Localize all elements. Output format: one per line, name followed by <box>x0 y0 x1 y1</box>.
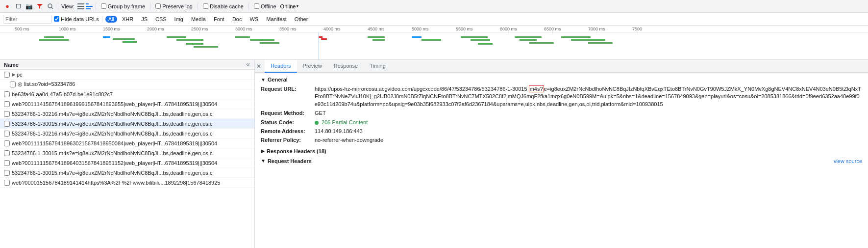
list-item-checkbox[interactable] <box>4 91 10 97</box>
disable-cache-group: Disable cache <box>201 3 246 9</box>
request-headers-toggle-icon: ▼ <box>261 158 266 164</box>
request-headers-header[interactable]: ▼ Request Headers view source <box>261 158 862 164</box>
separator-4 <box>198 3 198 10</box>
type-doc-button[interactable]: Doc <box>229 16 245 23</box>
filter-button[interactable] <box>35 2 44 11</box>
list-item-checkbox[interactable] <box>4 170 10 176</box>
general-section-header[interactable]: ▼ General <box>261 77 862 83</box>
type-js-button[interactable]: JS <box>138 16 150 23</box>
request-method-label: Request Method: <box>261 110 315 117</box>
waterfall-bar <box>176 39 203 41</box>
type-img-button[interactable]: Img <box>172 16 186 23</box>
disable-cache-label[interactable]: Disable cache <box>210 3 244 9</box>
waterfall-bar <box>372 39 385 41</box>
offline-label[interactable]: Offline <box>261 3 276 9</box>
list-item-selected[interactable]: 53234786-1-30015.m4s?e=ig8euxZM2rNcNbdlh… <box>0 119 254 129</box>
hide-data-urls-checkbox[interactable] <box>54 16 59 22</box>
detail-panel: ✕ Headers Preview Response Timing ▼ Gene… <box>255 60 868 248</box>
waterfall-bar <box>167 36 186 38</box>
filterbar: Hide data URLs All XHR JS CSS Img Media … <box>0 13 868 26</box>
list-item-checkbox[interactable] <box>4 140 10 146</box>
list-item[interactable]: ▶ pc <box>0 70 254 80</box>
list-item[interactable]: 53234786-1-30216.m4s?e=ig8euxZM2rNcNbdlh… <box>0 109 254 119</box>
detail-content[interactable]: ▼ General Request URL: https://upos-hz-m… <box>255 73 868 248</box>
list-item-checkbox[interactable] <box>4 101 10 107</box>
list-item[interactable]: web?001114156784189619991567841893655|we… <box>0 99 254 109</box>
camera-button[interactable]: 📷 <box>25 2 33 11</box>
list-item-checkbox[interactable] <box>4 180 10 186</box>
stop-button[interactable] <box>14 2 23 11</box>
timeline: 500 ms 1000 ms 1500 ms 2000 ms 2500 ms 3… <box>0 26 868 60</box>
remote-address-value: 114.80.149.186:443 <box>315 128 862 135</box>
type-ws-button[interactable]: WS <box>247 16 261 23</box>
waterfall-bar <box>186 43 203 45</box>
type-xhr-button[interactable]: XHR <box>119 16 136 23</box>
list-item-name: web?001111156784189640315678418951152|we… <box>12 160 250 166</box>
waterfall-bar <box>412 36 422 38</box>
list-item-name: ◎ list.so?oid=53234786 <box>18 81 250 87</box>
type-css-button[interactable]: CSS <box>152 16 170 23</box>
separator-3 <box>150 3 150 10</box>
list-view-icon[interactable] <box>77 3 84 9</box>
hide-data-urls-label[interactable]: Hide data URLs <box>61 16 99 22</box>
tab-headers[interactable]: Headers <box>265 60 297 73</box>
response-headers-header[interactable]: ▶ Response Headers (18) <box>261 148 862 154</box>
request-list-scroll[interactable]: ▶ pc ◎ list.so?oid=53234786 be63fa46-aa0… <box>0 70 254 248</box>
request-list: Name ▶ pc ◎ list.so?oid=53234786 be63fa4… <box>0 60 255 248</box>
list-item-name: web?001111156784189630215678418950084|we… <box>12 140 250 146</box>
online-dropdown[interactable]: Online ▾ <box>280 3 299 9</box>
expand-icon[interactable]: ▶ <box>12 72 16 77</box>
list-item-checkbox[interactable] <box>4 111 10 117</box>
status-code-field: Status Code: 206 Partial Content <box>261 119 862 126</box>
status-dot-icon <box>315 121 319 125</box>
type-manifest-button[interactable]: Manifest <box>263 16 290 23</box>
type-media-button[interactable]: Media <box>188 16 209 23</box>
waterfall-view-icon[interactable] <box>86 3 93 9</box>
tab-timing[interactable]: Timing <box>364 60 392 73</box>
type-all-button[interactable]: All <box>105 16 117 23</box>
list-item[interactable]: 53234786-1-30015.m4s?e=ig8euxZM2rNcNbdlh… <box>0 148 254 158</box>
preserve-log-group: Preserve log <box>153 3 195 9</box>
search-button[interactable] <box>46 2 55 11</box>
close-detail-button[interactable]: ✕ <box>255 62 263 70</box>
list-item[interactable]: web?000015156784189141414https%3A%2F%2Fw… <box>0 178 254 188</box>
list-item[interactable]: 53234786-1-30015.m4s?e=ig8euxZM2rNcNbdlh… <box>0 168 254 178</box>
list-item[interactable]: ◎ list.so?oid=53234786 <box>0 80 254 89</box>
list-item-checkbox[interactable] <box>4 72 10 78</box>
list-item-checkbox[interactable] <box>4 121 10 127</box>
request-url-value: https://upos-hz-mirrorcosu.acgvideo.com/… <box>315 85 862 108</box>
record-button[interactable]: ● <box>3 2 12 11</box>
general-toggle-icon: ▼ <box>261 77 266 83</box>
status-code-label: Status Code: <box>261 119 315 126</box>
toolbar: ● 📷 View: Group by frame Preserve log Di… <box>0 0 868 13</box>
list-item-checkbox[interactable] <box>4 160 10 166</box>
svg-rect-4 <box>77 8 84 9</box>
waterfall-bar <box>113 38 135 40</box>
list-item-checkbox[interactable] <box>10 82 16 87</box>
view-toggle[interactable] <box>77 3 93 9</box>
list-item[interactable]: be63fa46-aa0d-47a5-b07d-be1e91c802c7 <box>0 89 254 99</box>
list-item[interactable]: web?001111156784189640315678418951152|we… <box>0 158 254 168</box>
group-by-frame-label[interactable]: Group by frame <box>108 3 145 9</box>
list-item-checkbox[interactable] <box>4 131 10 137</box>
list-item-checkbox[interactable] <box>4 150 10 156</box>
group-by-frame-checkbox[interactable] <box>101 3 106 9</box>
list-item[interactable]: 53234786-1-30216.m4s?e=ig8euxZM2rNcNbdlh… <box>0 129 254 138</box>
type-other-button[interactable]: Other <box>292 16 311 23</box>
tab-preview[interactable]: Preview <box>297 60 328 73</box>
waterfall-bar <box>471 39 490 41</box>
timeline-bars <box>0 32 868 60</box>
filter-input[interactable] <box>3 15 52 24</box>
offline-checkbox[interactable] <box>254 3 259 9</box>
list-item[interactable]: web?001111156784189630215678418950084|we… <box>0 138 254 148</box>
waterfall-bar <box>321 38 327 40</box>
stop-icon <box>16 4 21 8</box>
preserve-log-checkbox[interactable] <box>155 3 161 9</box>
preserve-log-label[interactable]: Preserve log <box>162 3 193 9</box>
disable-cache-checkbox[interactable] <box>203 3 208 9</box>
request-headers-section: ▼ Request Headers view source <box>261 158 862 164</box>
view-source-link[interactable]: view source <box>834 158 862 164</box>
tab-response[interactable]: Response <box>328 60 364 73</box>
remote-address-field: Remote Address: 114.80.149.186:443 <box>261 128 862 135</box>
type-font-button[interactable]: Font <box>211 16 227 23</box>
